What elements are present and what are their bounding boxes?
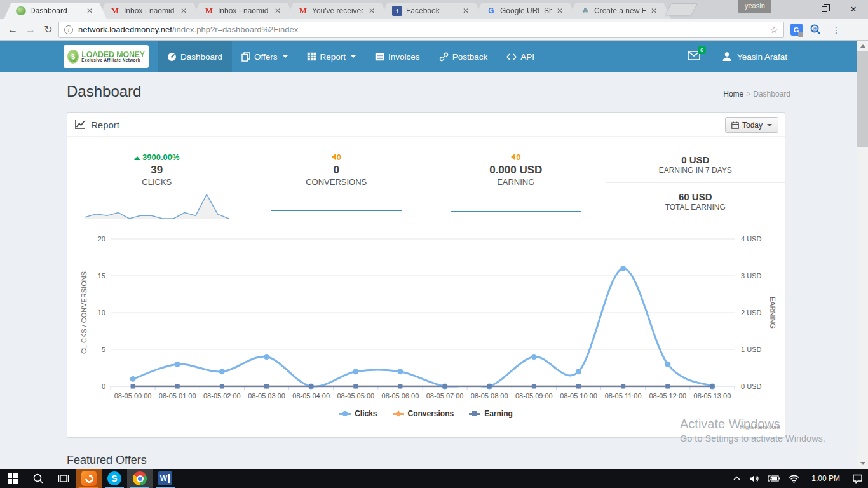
legend-item-conversions[interactable]: Conversions	[393, 409, 454, 418]
tab-title: Inbox - naomiden	[124, 6, 175, 15]
taskbar: S W 1:00 PM	[0, 469, 868, 488]
nav-label: Dashboard	[180, 52, 222, 62]
legend-label: Conversions	[408, 409, 454, 418]
x-axis-label: 08-05 11:00	[605, 392, 642, 400]
start-button[interactable]	[0, 469, 25, 488]
scrollbar-thumb[interactable]	[857, 51, 868, 147]
clicks-point	[353, 369, 358, 374]
nav-item-api[interactable]: API	[497, 41, 544, 72]
tab-title: You've received m	[312, 6, 363, 15]
caret-left-icon	[332, 154, 336, 160]
nav-item-postback[interactable]: Postback	[430, 41, 498, 72]
clicks-point	[576, 369, 581, 374]
tab-title: Facebook	[406, 6, 458, 15]
scroll-down-icon[interactable]	[857, 458, 868, 469]
taskbar-chrome[interactable]	[127, 469, 153, 488]
wifi-icon[interactable]	[789, 475, 799, 483]
nav-item-dashboard[interactable]: Dashboard	[158, 41, 232, 72]
postback-link-icon	[439, 52, 449, 62]
scroll-up-icon[interactable]	[857, 41, 868, 51]
taskbar-word[interactable]: W	[153, 469, 178, 488]
panel-title: Report	[91, 119, 119, 130]
clicks-point	[130, 376, 136, 382]
breadcrumb-current: Dashboard	[753, 90, 790, 98]
task-view-button[interactable]	[51, 469, 76, 488]
report-panel-header: Report Today	[67, 113, 785, 137]
volume-icon[interactable]	[749, 475, 759, 483]
nav-item-invoices[interactable]: Invoices	[365, 41, 430, 72]
page-info-icon[interactable]: i	[64, 25, 73, 34]
date-filter-button[interactable]: Today	[725, 117, 778, 133]
translate-extension-icon[interactable]: G	[789, 23, 803, 37]
tab-close-icon[interactable]: ✕	[461, 6, 470, 15]
breadcrumb-home[interactable]: Home	[723, 90, 743, 98]
browser-tab-dashboard[interactable]: Dashboard ✕	[4, 3, 107, 19]
legend-item-earning[interactable]: Earning	[469, 409, 513, 418]
browser-tab-inbox-2[interactable]: M Inbox - naomiden ✕	[192, 3, 295, 19]
user-icon	[722, 51, 732, 62]
browser-tab-url-shortener[interactable]: G Google URL Short ✕	[474, 3, 577, 19]
site-logo[interactable]: $ LOADED MONEY Exclusive Affiliate Netwo…	[64, 45, 149, 68]
window-restore-button[interactable]	[813, 0, 835, 18]
tab-close-icon[interactable]: ✕	[273, 6, 282, 15]
stat-card-conversions: 0 0 CONVERSIONS	[247, 146, 427, 220]
earning-point	[665, 384, 670, 389]
tab-close-icon[interactable]: ✕	[85, 6, 94, 15]
svg-text:@: @	[812, 26, 817, 30]
reload-button-icon[interactable]: ↻	[39, 24, 57, 36]
tab-close-icon[interactable]: ✕	[179, 6, 188, 15]
left-axis-title: CLICKS / CONVERSIONS	[80, 271, 88, 354]
stat-card-clicks: 3900.00% 39 CLICKS	[67, 146, 247, 220]
taskbar-clock[interactable]: 1:00 PM	[808, 474, 844, 483]
x-axis-label: 08-05 12:00	[649, 392, 686, 400]
taskbar-skype[interactable]: S	[102, 469, 127, 488]
caret-up-icon	[134, 156, 140, 160]
logo-subtitle: Exclusive Affiliate Network	[81, 58, 145, 62]
action-center-icon[interactable]	[852, 474, 863, 484]
legend-item-clicks[interactable]: Clicks	[339, 409, 377, 418]
tab-close-icon[interactable]: ✕	[555, 6, 564, 15]
chevron-down-icon	[351, 55, 356, 58]
browser-menu-icon[interactable]: ⋮	[829, 25, 844, 35]
tab-close-icon[interactable]: ✕	[367, 6, 376, 15]
browser-tab-facebook[interactable]: f Facebook ✕	[380, 3, 483, 19]
x-axis-label: 08-05 01:00	[159, 392, 196, 400]
right-axis-tick-label: 3 USD	[741, 272, 761, 280]
battery-icon[interactable]	[768, 475, 780, 482]
conversions-value: 0	[247, 164, 426, 177]
address-bar[interactable]: i network.loadedmoney.net/index.php?r=da…	[58, 22, 784, 38]
forward-button-icon: →	[22, 24, 39, 36]
back-button-icon[interactable]: ←	[4, 24, 22, 36]
earning-label: EARNING	[426, 177, 606, 187]
tab-close-icon[interactable]: ✕	[649, 6, 658, 15]
window-minimize-button[interactable]: —	[787, 0, 808, 18]
url-text[interactable]: network.loadedmoney.net/index.php?r=dash…	[78, 25, 765, 34]
messages-button[interactable]: 6	[688, 51, 700, 63]
new-tab-button[interactable]	[665, 4, 697, 15]
highcharts-credit[interactable]: Highcharts.com	[740, 424, 780, 430]
bookmark-star-icon[interactable]: ☆	[770, 24, 778, 36]
conversions-sparkline	[271, 210, 402, 211]
nav-item-offers[interactable]: Offers	[232, 41, 297, 72]
browser-profile-name[interactable]: yeasin	[738, 0, 771, 13]
right-axis-tick-label: 2 USD	[741, 309, 761, 316]
nav-item-report[interactable]: Report	[297, 41, 366, 72]
browser-tab-inbox-1[interactable]: M Inbox - naomiden ✕	[98, 3, 201, 19]
page-scrollbar[interactable]	[857, 41, 868, 469]
restore-icon	[822, 6, 827, 12]
breadcrumb-separator: >	[746, 90, 750, 98]
browser-tab-create-free[interactable]: ☘ Create a new Free ✕	[568, 3, 671, 19]
invoices-list-icon	[375, 53, 384, 61]
site-navbar: $ LOADED MONEY Exclusive Affiliate Netwo…	[0, 41, 857, 72]
tab-title: Create a new Free	[594, 6, 646, 15]
report-table-icon	[307, 52, 316, 61]
taskbar-uc-browser[interactable]	[76, 469, 102, 488]
taskbar-search-button[interactable]	[25, 469, 51, 488]
browser-tab-received[interactable]: M You've received m ✕	[286, 3, 389, 19]
user-menu[interactable]: Yeasin Arafat	[722, 51, 787, 62]
search-extension-icon[interactable]: @	[808, 23, 822, 37]
legend-label: Earning	[484, 409, 513, 418]
x-axis-label: 08-05 02:00	[203, 392, 241, 400]
window-close-button[interactable]: ✕	[843, 0, 864, 18]
hidden-icons-chevron-icon[interactable]	[733, 475, 741, 482]
